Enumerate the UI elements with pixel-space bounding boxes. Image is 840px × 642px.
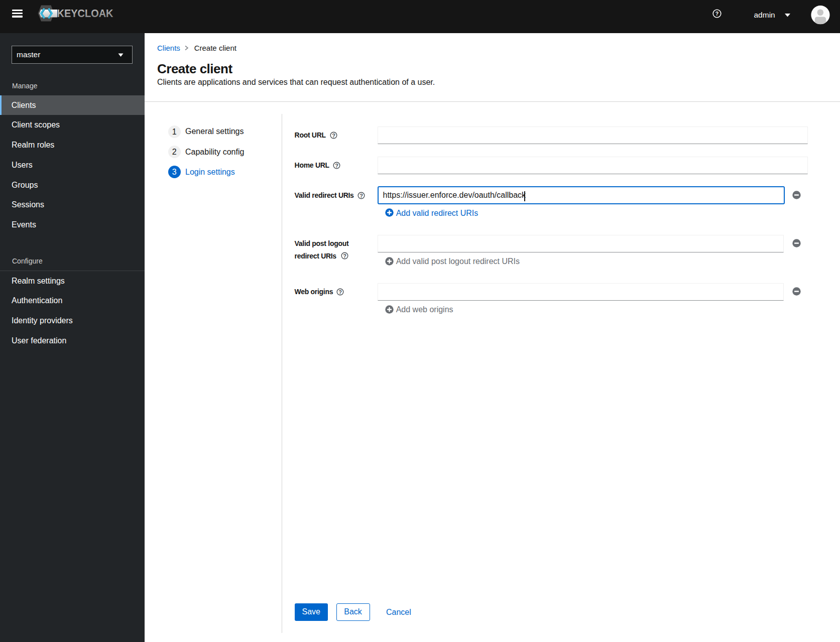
svg-text:?: ?: [343, 253, 346, 259]
svg-text:?: ?: [332, 132, 335, 138]
svg-text:?: ?: [338, 289, 342, 295]
svg-text:KEYCLOAK: KEYCLOAK: [57, 7, 113, 20]
svg-text:?: ?: [360, 192, 364, 198]
svg-text:?: ?: [335, 162, 338, 168]
svg-text:?: ?: [715, 10, 718, 16]
